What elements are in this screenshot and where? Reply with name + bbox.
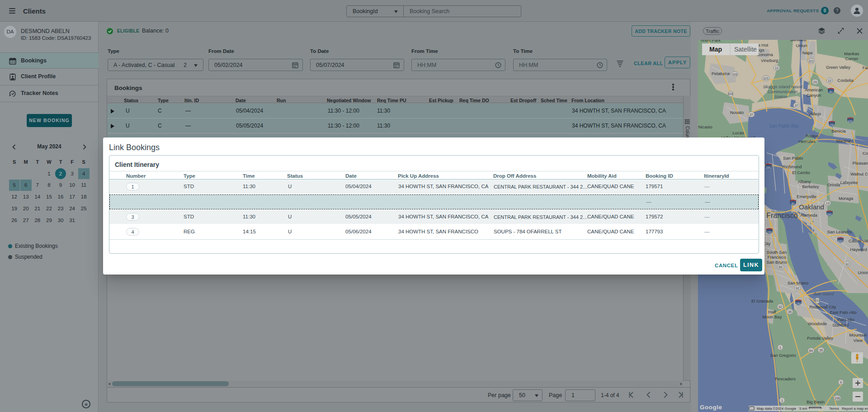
- svg-text:El Granada: El Granada: [751, 298, 774, 303]
- svg-text:Hayward: Hayward: [850, 247, 867, 252]
- svg-text:37: 37: [750, 113, 753, 116]
- svg-text:80: 80: [791, 202, 795, 205]
- svg-text:13: 13: [826, 202, 830, 205]
- svg-text:San Mateo: San Mateo: [788, 280, 808, 285]
- svg-text:Union: Union: [858, 270, 868, 275]
- svg-text:Portola Valley: Portola Valley: [807, 336, 833, 341]
- svg-text:Pescadero: Pescadero: [775, 376, 795, 381]
- svg-text:Google: Google: [700, 404, 722, 411]
- svg-text:Rodeo: Rodeo: [806, 133, 818, 138]
- svg-text:Map: Map: [709, 46, 722, 53]
- svg-text:35: 35: [788, 310, 792, 313]
- svg-text:Moraga: Moraga: [839, 196, 854, 201]
- svg-text:Vineburg: Vineburg: [761, 58, 778, 63]
- svg-text:580: 580: [766, 166, 771, 169]
- svg-text:Mountain: Mountain: [849, 332, 867, 337]
- svg-text:Skaggs Island Naval: Skaggs Island Naval: [763, 84, 802, 89]
- svg-text:Pleasant: Pleasant: [853, 161, 868, 166]
- svg-text:221: 221: [808, 60, 814, 63]
- svg-text:View: View: [854, 338, 863, 343]
- svg-text:Salvador: Salvador: [790, 40, 807, 42]
- svg-text:Cordelia: Cordelia: [837, 78, 854, 83]
- svg-text:Francisco: Francisco: [767, 255, 786, 260]
- svg-text:Vallejo: Vallejo: [808, 111, 821, 116]
- svg-text:92: 92: [796, 287, 799, 290]
- svg-text:5 km: 5 km: [799, 407, 807, 411]
- svg-text:Petaluma: Petaluma: [712, 71, 730, 76]
- svg-text:Novato: Novato: [730, 110, 744, 115]
- svg-text:1: 1: [779, 346, 781, 349]
- svg-text:80: 80: [829, 90, 833, 94]
- svg-text:Green Valley: Green Valley: [826, 65, 850, 70]
- svg-text:American: American: [805, 87, 823, 92]
- svg-text:Satellite: Satellite: [734, 46, 757, 53]
- svg-text:Oakland: Oakland: [799, 203, 824, 211]
- svg-text:South San: South San: [767, 250, 787, 255]
- svg-text:Berkeley: Berkeley: [802, 184, 819, 189]
- svg-text:780: 780: [830, 123, 835, 127]
- svg-text:Communication: Communication: [768, 89, 797, 94]
- svg-text:29: 29: [813, 81, 817, 84]
- svg-text:Union: Union: [796, 43, 807, 48]
- svg-text:82: 82: [779, 265, 783, 269]
- svg-text:Richmond: Richmond: [783, 164, 802, 169]
- svg-text:Woodside: Woodside: [808, 321, 827, 326]
- svg-text:Sonoma: Sonoma: [757, 52, 773, 57]
- svg-text:101: 101: [815, 299, 820, 302]
- svg-text:Terms: Terms: [829, 407, 839, 411]
- svg-text:nnert Park: nnert Park: [701, 40, 721, 43]
- svg-text:121: 121: [763, 77, 769, 80]
- svg-text:Redwood City: Redwood City: [809, 304, 836, 309]
- svg-text:Map data ©2024 Google: Map data ©2024 Google: [757, 407, 797, 411]
- svg-text:580: 580: [827, 213, 832, 216]
- svg-text:Lucas: Lucas: [732, 130, 744, 135]
- svg-text:Nicasio: Nicasio: [698, 124, 712, 129]
- svg-text:1: 1: [781, 399, 783, 402]
- svg-text:Hercules: Hercules: [798, 139, 816, 144]
- svg-text:Half: Half: [769, 309, 776, 314]
- svg-text:Palo Alto: Palo Alto: [837, 317, 854, 322]
- svg-text:35: 35: [819, 349, 823, 352]
- svg-text:Benicia: Benicia: [831, 128, 846, 133]
- svg-text:Lafayette: Lafayette: [840, 180, 858, 185]
- svg-text:Mankas: Mankas: [844, 51, 859, 56]
- svg-text:Station: Station: [774, 94, 788, 99]
- svg-text:101: 101: [728, 92, 733, 95]
- svg-text:Alameda: Alameda: [800, 213, 817, 218]
- svg-text:Corner: Corner: [845, 56, 858, 61]
- svg-text:880: 880: [838, 240, 843, 243]
- svg-text:Fair: Fair: [863, 65, 868, 70]
- svg-text:12: 12: [775, 66, 778, 70]
- svg-text:Martinez: Martinez: [836, 138, 853, 143]
- svg-text:San Pablo: San Pablo: [783, 156, 803, 161]
- svg-text:236: 236: [835, 397, 840, 400]
- svg-text:Napa: Napa: [802, 50, 813, 55]
- svg-text:9: 9: [840, 381, 842, 384]
- svg-text:Stanford: Stanford: [832, 322, 849, 327]
- svg-text:Emeryville: Emeryville: [797, 194, 816, 199]
- svg-text:37: 37: [795, 104, 798, 107]
- svg-text:San Pablo Bay: San Pablo Bay: [769, 123, 799, 128]
- svg-text:92: 92: [778, 305, 782, 308]
- svg-text:Albany: Albany: [797, 179, 811, 184]
- svg-text:84: 84: [809, 349, 813, 352]
- svg-text:Moon Bay: Moon Bay: [763, 314, 782, 319]
- svg-text:Canyon: Canyon: [807, 93, 821, 98]
- svg-text:El Cerrito: El Cerrito: [792, 170, 810, 175]
- svg-text:s Hot: s Hot: [758, 43, 769, 47]
- svg-text:Bair Island: Bair Island: [814, 291, 835, 296]
- svg-text:116: 116: [732, 73, 737, 76]
- svg-text:San Gregorio: San Gregorio: [770, 353, 796, 358]
- svg-text:Orinda: Orinda: [827, 182, 840, 187]
- svg-text:East Palo Alto: East Palo Alto: [830, 310, 856, 315]
- svg-text:San Bruno: San Bruno: [767, 260, 787, 265]
- svg-text:Francisco: Francisco: [766, 212, 797, 219]
- svg-text:Castro Vall: Castro Vall: [849, 238, 868, 243]
- svg-text:92: 92: [845, 263, 849, 266]
- svg-text:12: 12: [828, 79, 831, 82]
- svg-text:Walnut Cr: Walnut Cr: [850, 171, 868, 176]
- svg-text:Co: Co: [863, 151, 868, 156]
- svg-text:Report a map error: Report a map error: [842, 407, 868, 411]
- svg-text:680: 680: [848, 120, 853, 123]
- svg-text:Big Basin: Big Basin: [807, 399, 825, 404]
